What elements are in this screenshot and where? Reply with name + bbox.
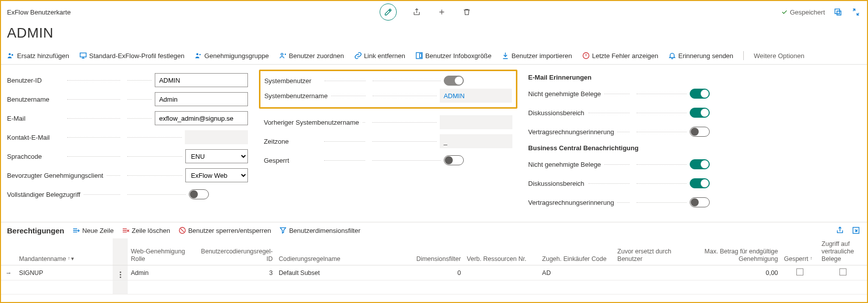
input-email[interactable] xyxy=(155,111,248,125)
cell-regel-name[interactable]: Default Subset xyxy=(276,265,400,280)
share-icon[interactable] xyxy=(412,7,422,17)
label-user-name: Benutzername xyxy=(7,96,53,103)
filter-icon xyxy=(279,226,287,234)
action-new-line[interactable]: Neue Zeile xyxy=(72,226,114,234)
svg-point-4 xyxy=(196,53,198,55)
action-block-user[interactable]: Benutzer sperren/entsperren xyxy=(178,226,271,234)
new-icon[interactable] xyxy=(437,7,447,17)
cell-zugriff-checkbox[interactable] xyxy=(839,268,846,275)
toggle-rem-discussion-1[interactable] xyxy=(690,108,710,118)
action-more-options[interactable]: Weitere Optionen xyxy=(754,52,804,60)
input-user-id[interactable] xyxy=(155,73,248,87)
svg-rect-8 xyxy=(420,54,422,58)
svg-point-1 xyxy=(9,53,11,55)
collapse-icon[interactable] xyxy=(851,7,861,17)
share-subpanel-icon[interactable] xyxy=(835,225,845,235)
filter-active-icon: ▾ xyxy=(71,255,74,261)
new-line-icon xyxy=(72,226,80,234)
col-rolle[interactable]: Web-Genehmigung Rolle xyxy=(128,238,192,265)
action-benutzer-importieren[interactable]: Benutzer importieren xyxy=(501,52,572,60)
field-timezone[interactable]: _ xyxy=(440,134,512,148)
action-dimension-filter[interactable]: Benutzerdimensionsfilter xyxy=(279,226,360,234)
action-genehmigungsgruppe[interactable]: Genehmigungsgruppe xyxy=(194,52,269,60)
col-regel-id[interactable]: Benutzercodierungsregel-ID xyxy=(192,238,275,265)
col-gesperrt[interactable]: Gesperrt ↑ xyxy=(784,255,812,262)
row-selector-icon[interactable]: → xyxy=(5,269,13,277)
delete-line-icon xyxy=(122,226,130,234)
col-regel-name[interactable]: Codierungsregelname xyxy=(276,238,400,265)
saved-status: Gespeichert xyxy=(781,9,825,16)
monitor-icon xyxy=(79,52,87,60)
action-benutzer-zuordnen[interactable]: Benutzer zuordnen xyxy=(279,52,344,60)
svg-point-5 xyxy=(199,54,201,56)
cell-rolle[interactable]: Admin xyxy=(128,265,192,280)
sort-asc-icon: ↑ xyxy=(68,255,70,261)
page-title: ADMIN xyxy=(1,23,867,47)
table-row-empty[interactable] xyxy=(1,280,867,294)
users-icon xyxy=(7,52,15,60)
action-delete-line[interactable]: Zeile löschen xyxy=(122,226,170,234)
select-client[interactable]: ExFlow Web xyxy=(185,168,247,182)
infobox-icon xyxy=(415,52,423,60)
toggle-rem-not-approved-1[interactable] xyxy=(690,89,710,99)
section-email-reminders: E-Mail Erinnerungen xyxy=(528,73,710,82)
action-erinnerung-senden[interactable]: Erinnerung senden xyxy=(668,52,733,60)
toggle-rem-contract-2[interactable] xyxy=(690,197,710,207)
import-icon xyxy=(501,52,509,60)
toggle-full-access[interactable] xyxy=(189,189,209,199)
toggle-rem-not-approved-2[interactable] xyxy=(690,159,710,169)
delete-icon[interactable] xyxy=(462,7,472,17)
col-zugriff[interactable]: Zugriff auf vertrauliche Belege xyxy=(818,238,867,265)
action-ersatz-hinzufuegen[interactable]: Ersatz hinzufügen xyxy=(7,52,69,60)
popout-icon[interactable] xyxy=(833,7,843,17)
permissions-title: Berechtigungen xyxy=(7,226,64,235)
col-maxbetrag[interactable]: Max. Betrag für endgültige Genehmigung xyxy=(690,238,781,265)
cell-mandant[interactable]: SIGNUP xyxy=(16,265,113,280)
toggle-sysuser[interactable] xyxy=(444,76,464,86)
cell-zuvor[interactable] xyxy=(615,265,690,280)
field-sysuser-name[interactable]: ADMIN xyxy=(440,89,512,103)
label-full-access: Vollständiger Belegzugriff xyxy=(7,191,83,198)
col-verb-res[interactable]: Verb. Ressourcen Nr. xyxy=(464,238,539,265)
edit-button[interactable] xyxy=(380,4,397,21)
label-rem-not-approved-1: Nicht genehmigte Belege xyxy=(528,90,604,98)
expand-subpanel-icon[interactable] xyxy=(851,225,861,235)
label-rem-not-approved-2: Nicht genehmigte Belege xyxy=(528,161,604,168)
col-mandant[interactable]: Mandantenname ↑▾ xyxy=(19,255,74,262)
col-dimfilter[interactable]: Dimensionsfilter xyxy=(399,238,464,265)
action-link-entfernen[interactable]: Link entfernen xyxy=(354,52,405,60)
select-language[interactable]: ENU xyxy=(185,149,247,163)
col-einkaeufer[interactable]: Zugeh. Einkäufer Code xyxy=(539,238,614,265)
field-prev-sysuser[interactable] xyxy=(440,115,512,129)
field-contact-email[interactable] xyxy=(185,130,247,144)
label-rem-discussion-2: Diskussionsbereich xyxy=(528,180,588,187)
toggle-rem-discussion-2[interactable] xyxy=(690,178,710,188)
row-menu-icon[interactable] xyxy=(120,271,121,278)
cell-einkaeufer[interactable]: AD xyxy=(539,265,614,280)
toggle-rem-contract-1[interactable] xyxy=(690,127,710,137)
unlink-icon xyxy=(354,52,362,60)
highlight-system-user: Systembenutzer Systembenutzername ADMIN xyxy=(259,70,517,109)
label-rem-contract-1: Vertragsrechnungserinnerung xyxy=(528,128,617,136)
label-sysuser-name: Systembenutzername xyxy=(264,92,331,100)
cell-maxbetrag[interactable]: 0,00 xyxy=(690,265,781,280)
label-client: Bevorzugter Genehmigungsclient xyxy=(7,172,106,179)
table-row[interactable]: → SIGNUP Admin 3 Default Subset 0 AD 0,0… xyxy=(1,265,867,280)
svg-point-6 xyxy=(281,53,283,55)
col-zuvor[interactable]: Zuvor ersetzt durch Benutzer xyxy=(615,238,690,265)
svg-point-2 xyxy=(12,54,13,56)
input-user-name[interactable] xyxy=(155,92,248,106)
cell-regel-id[interactable]: 3 xyxy=(192,265,275,280)
group-icon xyxy=(194,52,202,60)
label-blocked: Gesperrt xyxy=(264,157,293,164)
section-bc-notification: Business Central Benachrichtigung xyxy=(528,143,710,153)
action-infobox[interactable]: Benutzer Infoboxgröße xyxy=(415,52,491,60)
action-profil-festlegen[interactable]: Standard-ExFlow-Profil festlegen xyxy=(79,52,184,60)
cell-gesperrt-checkbox[interactable] xyxy=(796,268,803,275)
block-user-icon xyxy=(178,226,186,234)
bell-icon xyxy=(668,52,676,60)
cell-verb-res[interactable] xyxy=(464,265,539,280)
action-letzte-fehler[interactable]: Letzte Fehler anzeigen xyxy=(582,52,658,60)
cell-dimfilter[interactable]: 0 xyxy=(399,265,464,280)
toggle-blocked[interactable] xyxy=(444,155,464,165)
